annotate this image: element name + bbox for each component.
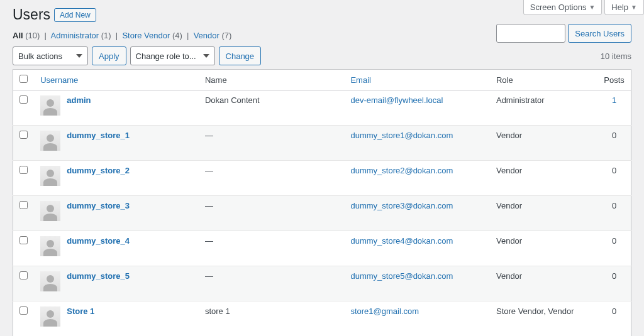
chevron-down-icon: ▼ — [589, 4, 595, 11]
posts-link[interactable]: 1 — [612, 95, 616, 105]
email-link[interactable]: dummy_store5@dokan.com — [350, 271, 453, 281]
row-role: Store Vendor, Vendor — [490, 301, 597, 337]
avatar — [40, 131, 60, 151]
table-row: dummy_store_4—dummy_store4@dokan.comVend… — [13, 231, 631, 266]
email-link[interactable]: store1@gmail.com — [350, 306, 419, 316]
table-row: dummy_store_2—dummy_store2@dokan.comVend… — [13, 161, 631, 196]
row-role: Vendor — [490, 126, 597, 161]
table-row: dummy_store_3—dummy_store3@dokan.comVend… — [13, 196, 631, 231]
row-checkbox[interactable] — [19, 236, 28, 244]
username-link[interactable]: Store 1 — [67, 306, 94, 316]
search-users-button[interactable]: Search Users — [568, 24, 631, 43]
help-button[interactable]: Help ▼ — [604, 0, 644, 15]
username-link[interactable]: admin — [67, 95, 91, 105]
row-name: — — [199, 266, 345, 301]
row-posts: 1 — [597, 90, 631, 126]
row-posts: 0 — [597, 231, 631, 266]
avatar — [40, 166, 60, 186]
search-input[interactable] — [496, 24, 565, 43]
column-posts: Posts — [604, 75, 625, 85]
email-link[interactable]: dev-email@flywheel.local — [350, 95, 443, 105]
apply-button[interactable]: Apply — [92, 46, 126, 65]
row-name: Dokan Content — [199, 90, 345, 126]
select-all-checkbox[interactable] — [19, 75, 28, 83]
filter-vendor[interactable]: Vendor — [194, 31, 219, 40]
row-role: Vendor — [490, 231, 597, 266]
row-name: — — [199, 161, 345, 196]
screen-options-button[interactable]: Screen Options ▼ — [523, 0, 602, 15]
username-link[interactable]: dummy_store_4 — [67, 236, 130, 246]
items-count: 10 items — [601, 51, 631, 61]
help-label: Help — [611, 3, 628, 12]
table-row: Store 1store 1store1@gmail.comStore Vend… — [13, 301, 631, 337]
column-role: Role — [496, 75, 513, 85]
filter-administrator[interactable]: Administrator — [50, 31, 99, 40]
row-checkbox[interactable] — [19, 201, 28, 209]
users-table: Username Name Email Role Posts adminDoka… — [13, 69, 631, 336]
table-row: adminDokan Contentdev-email@flywheel.loc… — [13, 90, 631, 126]
row-name: — — [199, 231, 345, 266]
username-link[interactable]: dummy_store_2 — [67, 166, 130, 175]
change-button[interactable]: Change — [219, 46, 262, 65]
row-checkbox[interactable] — [19, 166, 28, 174]
change-role-select[interactable]: Change role to... — [130, 46, 215, 65]
username-link[interactable]: dummy_store_1 — [67, 131, 130, 140]
username-link[interactable]: dummy_store_5 — [67, 271, 130, 281]
page-title: Users — [13, 6, 50, 23]
username-link[interactable]: dummy_store_3 — [67, 201, 130, 210]
avatar — [40, 236, 60, 256]
row-checkbox[interactable] — [19, 271, 28, 279]
bulk-actions-select[interactable]: Bulk actions — [13, 46, 88, 65]
avatar — [40, 201, 60, 221]
add-new-button[interactable]: Add New — [54, 8, 96, 22]
email-link[interactable]: dummy_store4@dokan.com — [350, 236, 453, 246]
row-posts: 0 — [597, 161, 631, 196]
row-checkbox[interactable] — [19, 95, 28, 104]
column-name: Name — [205, 75, 227, 85]
avatar — [40, 306, 60, 327]
row-checkbox[interactable] — [19, 306, 28, 315]
chevron-down-icon: ▼ — [631, 4, 637, 11]
row-role: Vendor — [490, 266, 597, 301]
avatar — [40, 271, 60, 291]
table-row: dummy_store_5—dummy_store5@dokan.comVend… — [13, 266, 631, 301]
column-email[interactable]: Email — [350, 75, 371, 85]
row-checkbox[interactable] — [19, 131, 28, 139]
table-row: dummy_store_1—dummy_store1@dokan.comVend… — [13, 126, 631, 161]
row-role: Vendor — [490, 161, 597, 196]
row-role: Vendor — [490, 196, 597, 231]
row-posts: 0 — [597, 266, 631, 301]
email-link[interactable]: dummy_store1@dokan.com — [350, 131, 453, 140]
email-link[interactable]: dummy_store2@dokan.com — [350, 166, 453, 175]
row-name: — — [199, 196, 345, 231]
avatar — [40, 95, 60, 116]
filter-store-vendor[interactable]: Store Vendor — [122, 31, 170, 40]
row-posts: 0 — [597, 126, 631, 161]
email-link[interactable]: dummy_store3@dokan.com — [350, 201, 453, 210]
row-posts: 0 — [597, 196, 631, 231]
row-name: store 1 — [199, 301, 345, 337]
row-name: — — [199, 126, 345, 161]
screen-options-label: Screen Options — [530, 3, 587, 12]
row-posts: 0 — [597, 301, 631, 337]
column-username[interactable]: Username — [40, 75, 78, 85]
row-role: Administrator — [490, 90, 597, 126]
filter-all[interactable]: All — [13, 31, 23, 40]
